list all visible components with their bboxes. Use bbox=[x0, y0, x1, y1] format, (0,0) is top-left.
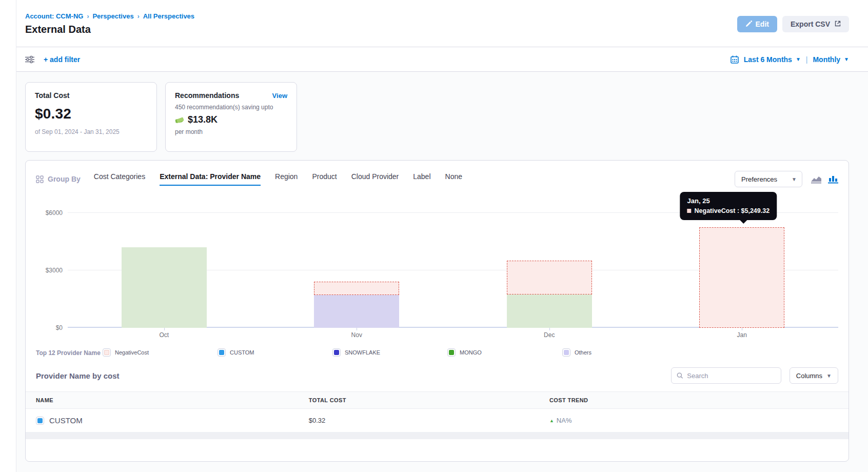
area-chart-icon[interactable] bbox=[811, 174, 822, 184]
filter-bar: + add filter Last 6 Months ▼ | Monthly ▼ bbox=[16, 47, 868, 72]
edit-button[interactable]: Edit bbox=[737, 16, 777, 32]
bar-segment-negativecost[interactable] bbox=[507, 261, 592, 294]
tab-product[interactable]: Product bbox=[312, 172, 337, 186]
breadcrumb: Account: CCM-NG›Perspectives›All Perspec… bbox=[25, 12, 194, 20]
total-cost-title: Total Cost bbox=[35, 91, 147, 100]
search-icon bbox=[677, 372, 683, 379]
legend-item-others[interactable]: Others bbox=[562, 348, 677, 357]
filter-sliders-icon[interactable] bbox=[25, 55, 34, 64]
legend-swatch-chip bbox=[104, 350, 109, 355]
x-axis-label-dec: Dec bbox=[453, 328, 646, 340]
tooltip-value-line: NegativeCost : $5,249.32 bbox=[687, 207, 770, 214]
page-title: External Data bbox=[25, 24, 194, 35]
legend-swatch-chip bbox=[334, 350, 339, 355]
tab-cost-categories[interactable]: Cost Categories bbox=[94, 172, 145, 186]
trend-value: NA% bbox=[557, 417, 572, 424]
chevron-down-icon: ▼ bbox=[844, 56, 849, 62]
bar-column-oct bbox=[68, 194, 261, 328]
legend-item-mongo[interactable]: MONGO bbox=[447, 348, 562, 357]
add-filter-button[interactable]: + add filter bbox=[44, 55, 80, 64]
column-header-cost-trend[interactable]: COST TREND bbox=[549, 397, 838, 403]
legend-swatch bbox=[562, 348, 570, 357]
legend-item-negativecost[interactable]: NegativeCost bbox=[103, 348, 218, 357]
content-area: Total Cost $0.32 of Sep 01, 2024 - Jan 3… bbox=[16, 72, 868, 472]
granularity-dropdown[interactable]: Monthly ▼ bbox=[813, 55, 849, 64]
legend-label: MONGO bbox=[460, 349, 482, 356]
bar-segment-mongo[interactable] bbox=[122, 247, 207, 328]
breadcrumb-separator: › bbox=[137, 13, 140, 20]
provider-cost-table: NAMETOTAL COSTCOST TREND CUSTOM$0.32▲NA% bbox=[26, 391, 849, 439]
column-header-total-cost[interactable]: TOTAL COST bbox=[309, 397, 549, 403]
legend-items: NegativeCostCUSTOMSNOWFLAKEMONGOOthers bbox=[103, 348, 838, 357]
legend-swatch bbox=[447, 348, 456, 357]
money-icon bbox=[175, 116, 184, 124]
total-cost-value: $0.32 bbox=[35, 106, 147, 122]
time-range-dropdown[interactable]: Last 6 Months ▼ bbox=[744, 55, 801, 64]
columns-button[interactable]: Columns ▼ bbox=[790, 367, 838, 384]
legend-swatch bbox=[332, 348, 341, 357]
app-frame: Account: CCM-NG›Perspectives›All Perspec… bbox=[16, 0, 868, 472]
row-color-swatch bbox=[36, 417, 44, 425]
provider-name: CUSTOM bbox=[49, 416, 83, 425]
bar-column-jan: Jan, 25NegativeCost : $5,249.32 bbox=[646, 194, 839, 328]
table-header-row: NAMETOTAL COSTCOST TREND bbox=[26, 391, 849, 409]
granularity-label: Monthly bbox=[813, 55, 840, 64]
legend-swatch bbox=[218, 348, 226, 357]
page-header: Account: CCM-NG›Perspectives›All Perspec… bbox=[16, 0, 868, 47]
recommendations-title: Recommendations bbox=[175, 91, 239, 100]
pencil-icon bbox=[745, 21, 752, 27]
bar-stack bbox=[314, 282, 399, 328]
group-by-label: Group By bbox=[36, 175, 81, 183]
legend-label: NegativeCost bbox=[115, 349, 149, 356]
tab-none[interactable]: None bbox=[445, 172, 462, 186]
legend-swatch-chip bbox=[219, 350, 224, 355]
tab-label[interactable]: Label bbox=[413, 172, 430, 186]
legend-swatch-chip bbox=[449, 350, 454, 355]
x-axis-label-nov: Nov bbox=[261, 328, 453, 340]
search-input[interactable] bbox=[687, 372, 775, 380]
chart-plot-area: $0$3000$6000Jan, 25NegativeCost : $5,249… bbox=[68, 194, 838, 328]
column-header-name[interactable]: NAME bbox=[36, 397, 309, 403]
breadcrumb-item[interactable]: Perspectives bbox=[92, 12, 133, 20]
chart-columns: Jan, 25NegativeCost : $5,249.32 bbox=[68, 194, 838, 328]
recommendations-view-link[interactable]: View bbox=[272, 92, 287, 100]
bar-segment-others[interactable] bbox=[314, 295, 399, 328]
external-link-icon bbox=[835, 20, 841, 28]
breadcrumb-item[interactable]: Account: CCM-NG bbox=[25, 12, 83, 20]
edit-button-label: Edit bbox=[756, 20, 769, 28]
chart-x-axis: OctNovDecJan bbox=[68, 328, 838, 340]
columns-button-label: Columns bbox=[796, 372, 822, 380]
perspective-panel: Group By Cost CategoriesExternal Data: P… bbox=[25, 160, 849, 462]
legend-label: CUSTOM bbox=[230, 349, 254, 356]
bar-segment-negativecost[interactable] bbox=[314, 282, 399, 295]
table-title: Provider Name by cost bbox=[36, 371, 120, 380]
bar-segment-negativecost[interactable] bbox=[699, 227, 784, 328]
export-csv-button[interactable]: Export CSV bbox=[782, 16, 849, 32]
recommendations-per-month: per month bbox=[175, 128, 287, 135]
table-row[interactable]: CUSTOM$0.32▲NA% bbox=[26, 409, 849, 432]
bar-stack bbox=[507, 261, 592, 328]
recommendations-savings: $13.8K bbox=[188, 114, 218, 125]
x-axis-label-jan: Jan bbox=[646, 328, 839, 340]
legend-item-custom[interactable]: CUSTOM bbox=[218, 348, 332, 357]
preferences-label: Preferences bbox=[741, 175, 777, 183]
chart-legend: Top 12 Provider Name NegativeCostCUSTOMS… bbox=[36, 348, 838, 358]
table-search[interactable] bbox=[671, 367, 781, 384]
legend-swatch-chip bbox=[564, 350, 569, 355]
tab-cloud-provider[interactable]: Cloud Provider bbox=[351, 172, 399, 186]
chevron-down-icon: ▼ bbox=[792, 176, 797, 182]
group-by-text: Group By bbox=[48, 175, 81, 183]
total-cost-card: Total Cost $0.32 of Sep 01, 2024 - Jan 3… bbox=[25, 82, 157, 152]
legend-item-snowflake[interactable]: SNOWFLAKE bbox=[332, 348, 447, 357]
y-axis-tick-label: $6000 bbox=[36, 209, 63, 217]
breadcrumb-item[interactable]: All Perspectives bbox=[143, 12, 194, 20]
bar-chart-icon[interactable] bbox=[828, 174, 838, 184]
divider: | bbox=[806, 55, 808, 64]
tab-region[interactable]: Region bbox=[275, 172, 298, 186]
time-range-label: Last 6 Months bbox=[744, 55, 792, 64]
bar-segment-mongo[interactable] bbox=[507, 294, 592, 328]
tab-external-data-provider-name[interactable]: External Data: Provider Name bbox=[160, 172, 261, 186]
preferences-dropdown[interactable]: Preferences ▼ bbox=[735, 171, 802, 187]
cell-name: CUSTOM bbox=[36, 416, 309, 425]
chart-tooltip: Jan, 25NegativeCost : $5,249.32 bbox=[680, 192, 777, 220]
